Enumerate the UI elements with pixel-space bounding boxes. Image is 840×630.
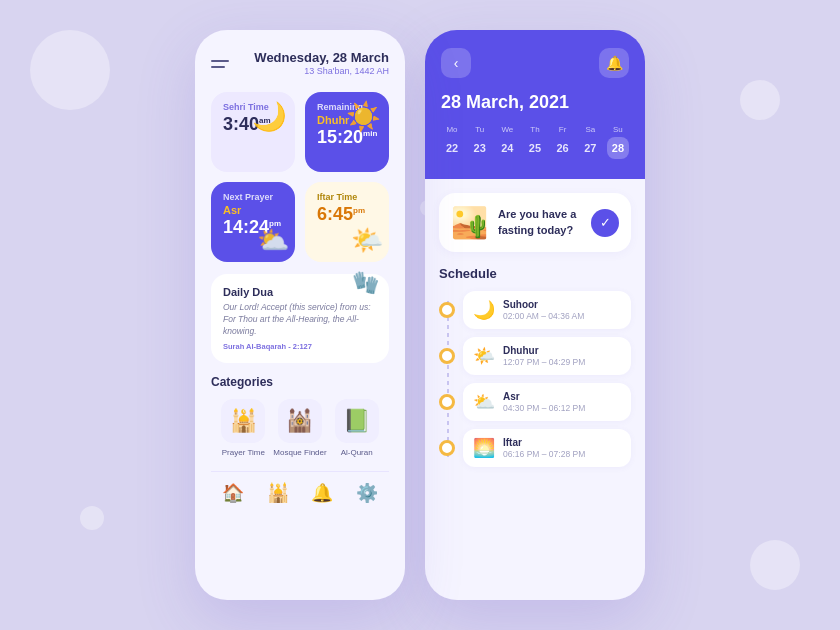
schedule-item-iftar: 🌅 Iftar 06:16 PM – 07:28 PM xyxy=(439,429,631,467)
right-phone-top: ‹ 🔔 28 March, 2021 Mo 22 Tu 23 We 24 xyxy=(425,30,645,179)
fasting-illustration: 🏜️ xyxy=(451,205,488,240)
iftar-schedule-time: 06:16 PM – 07:28 PM xyxy=(503,449,621,459)
iftar-label: Iftar Time xyxy=(317,192,377,202)
sehri-card[interactable]: Sehri Time 3:40am 🌙 xyxy=(211,92,295,172)
left-phone: Wednesday, 28 March 13 Sha'ban, 1442 AH … xyxy=(195,30,405,600)
remaining-card[interactable]: Remaining Dhuhr 15:20min ☀️ xyxy=(305,92,389,172)
iftar-schedule-card[interactable]: 🌅 Iftar 06:16 PM – 07:28 PM xyxy=(463,429,631,467)
schedule-title: Schedule xyxy=(439,266,631,281)
fasting-check-button[interactable]: ✓ xyxy=(591,209,619,237)
dhuhur-name: Dhuhur xyxy=(503,345,621,356)
iftar-card[interactable]: Iftar Time 6:45pm 🌤️ xyxy=(305,182,389,262)
right-phone: ‹ 🔔 28 March, 2021 Mo 22 Tu 23 We 24 xyxy=(425,30,645,600)
prayer-time-label: Prayer Time xyxy=(222,448,265,457)
right-date: 28 March, 2021 xyxy=(441,92,629,113)
category-mosque-finder[interactable]: 🕍 Mosque Finder xyxy=(273,399,326,457)
suhoor-name: Suhoor xyxy=(503,299,621,310)
dua-icon: 🧤 xyxy=(352,270,379,296)
category-prayer-time[interactable]: 🕌 Prayer Time xyxy=(221,399,265,457)
prayer-time-icon: 🕌 xyxy=(221,399,265,443)
asr-dot xyxy=(439,394,455,410)
dhuhur-dot xyxy=(439,348,455,364)
main-date: Wednesday, 28 March xyxy=(254,50,389,65)
iftar-time: 6:45pm xyxy=(317,204,377,225)
cal-day-sa[interactable]: Sa 27 xyxy=(579,125,601,159)
schedule-item-asr: ⛅ Asr 04:30 PM – 06:12 PM xyxy=(439,383,631,421)
categories-title: Categories xyxy=(211,375,389,389)
cal-day-su[interactable]: Su 28 xyxy=(607,125,629,159)
phones-container: Wednesday, 28 March 13 Sha'ban, 1442 AH … xyxy=(195,30,645,600)
category-al-quran[interactable]: 📗 Al-Quran xyxy=(335,399,379,457)
nav-home[interactable]: 🏠 xyxy=(222,482,244,504)
suhoor-time: 02:00 AM – 04:36 AM xyxy=(503,311,621,321)
cloudy-icon: 🌤️ xyxy=(351,225,383,256)
asr-card[interactable]: ⛅ Asr 04:30 PM – 06:12 PM xyxy=(463,383,631,421)
dhuhur-time: 12:07 PM – 04:29 PM xyxy=(503,357,621,367)
asr-time: 04:30 PM – 06:12 PM xyxy=(503,403,621,413)
mosque-finder-icon: 🕍 xyxy=(278,399,322,443)
next-prayer-card[interactable]: Next Prayer Asr 14:24pm ⛅ xyxy=(211,182,295,262)
cal-day-mo[interactable]: Mo 22 xyxy=(441,125,463,159)
left-phone-header: Wednesday, 28 March 13 Sha'ban, 1442 AH xyxy=(211,50,389,78)
cal-day-th[interactable]: Th 25 xyxy=(524,125,546,159)
right-header: ‹ 🔔 xyxy=(441,48,629,78)
dua-source: Surah Al-Baqarah - 2:127 xyxy=(223,342,377,351)
al-quran-label: Al-Quran xyxy=(341,448,373,457)
asr-icon: ⛅ xyxy=(473,391,495,413)
nav-mosque[interactable]: 🕌 xyxy=(267,482,289,504)
cal-day-fr[interactable]: Fr 26 xyxy=(552,125,574,159)
right-phone-bottom: 🏜️ Are you have a fasting today? ✓ Sched… xyxy=(425,179,645,600)
sun-icon: ☀️ xyxy=(346,100,381,133)
hijri-date: 13 Sha'ban, 1442 AH xyxy=(254,66,389,76)
suhoor-icon: 🌙 xyxy=(473,299,495,321)
schedule-item-suhoor: 🌙 Suhoor 02:00 AM – 04:36 AM xyxy=(439,291,631,329)
schedule-timeline xyxy=(447,301,449,457)
fasting-question: Are you have a fasting today? xyxy=(498,207,581,238)
back-button[interactable]: ‹ xyxy=(441,48,471,78)
partly-cloudy-icon: ⛅ xyxy=(257,225,289,256)
daily-dua-card[interactable]: 🧤 Daily Dua Our Lord! Accept (this servi… xyxy=(211,274,389,363)
asr-name: Asr xyxy=(503,391,621,402)
cal-day-we[interactable]: We 24 xyxy=(496,125,518,159)
next-prayer-sublabel: Asr xyxy=(223,204,283,216)
calendar-row: Mo 22 Tu 23 We 24 Th 25 Fr 26 xyxy=(441,125,629,159)
iftar-dot xyxy=(439,440,455,456)
nav-settings[interactable]: ⚙️ xyxy=(356,482,378,504)
menu-button[interactable] xyxy=(211,50,239,78)
mosque-finder-label: Mosque Finder xyxy=(273,448,326,457)
nav-bell[interactable]: 🔔 xyxy=(311,482,333,504)
al-quran-icon: 📗 xyxy=(335,399,379,443)
bottom-nav: 🏠 🕌 🔔 ⚙️ xyxy=(211,471,389,504)
schedule-list: 🌙 Suhoor 02:00 AM – 04:36 AM 🌤️ Dhuhur xyxy=(439,291,631,467)
cal-day-tu[interactable]: Tu 23 xyxy=(469,125,491,159)
next-prayer-label: Next Prayer xyxy=(223,192,283,202)
schedule-item-dhuhur: 🌤️ Dhuhur 12:07 PM – 04:29 PM xyxy=(439,337,631,375)
iftar-schedule-name: Iftar xyxy=(503,437,621,448)
date-info: Wednesday, 28 March 13 Sha'ban, 1442 AH xyxy=(254,50,389,76)
moon-icon: 🌙 xyxy=(252,100,287,133)
dhuhur-card[interactable]: 🌤️ Dhuhur 12:07 PM – 04:29 PM xyxy=(463,337,631,375)
notification-button[interactable]: 🔔 xyxy=(599,48,629,78)
fasting-card: 🏜️ Are you have a fasting today? ✓ xyxy=(439,193,631,252)
prayer-cards-grid: Sehri Time 3:40am 🌙 Remaining Dhuhr 15:2… xyxy=(211,92,389,262)
suhoor-dot xyxy=(439,302,455,318)
suhoor-card[interactable]: 🌙 Suhoor 02:00 AM – 04:36 AM xyxy=(463,291,631,329)
categories-grid: 🕌 Prayer Time 🕍 Mosque Finder 📗 Al-Quran xyxy=(211,399,389,457)
dhuhur-icon: 🌤️ xyxy=(473,345,495,367)
dua-text: Our Lord! Accept (this service) from us:… xyxy=(223,302,377,338)
iftar-icon: 🌅 xyxy=(473,437,495,459)
